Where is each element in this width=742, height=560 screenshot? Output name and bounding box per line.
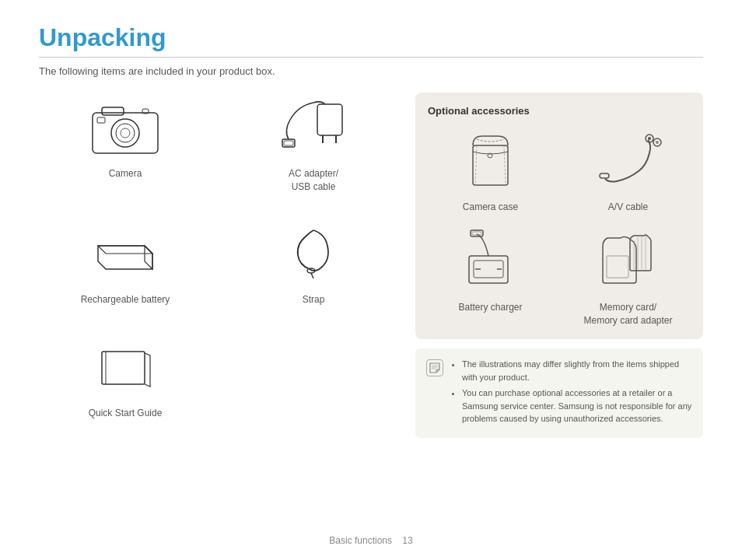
footer-page: 13 bbox=[402, 535, 412, 546]
svg-rect-7 bbox=[317, 104, 342, 135]
svg-rect-28 bbox=[607, 256, 628, 278]
item-guide: Quick Start Guide bbox=[39, 332, 212, 438]
note-text: The illustrations may differ slightly fr… bbox=[451, 358, 692, 429]
svg-point-3 bbox=[121, 128, 130, 138]
item-strap: Strap bbox=[227, 219, 400, 324]
svg-point-21 bbox=[656, 141, 659, 144]
title-divider bbox=[39, 57, 703, 58]
battery-icon bbox=[82, 219, 168, 289]
optional-item-av-cable: A/V cable bbox=[565, 126, 691, 214]
strap-label: Strap bbox=[303, 293, 325, 306]
right-section: Optional accessories bbox=[415, 93, 703, 438]
included-items: Camera bbox=[39, 93, 400, 438]
memory-card-icon bbox=[586, 226, 671, 296]
svg-rect-17 bbox=[600, 173, 609, 178]
guide-label: Quick Start Guide bbox=[89, 407, 163, 420]
ac-adapter-label: AC adapter/USB cable bbox=[289, 167, 338, 194]
strap-icon bbox=[271, 219, 356, 289]
camera-icon bbox=[82, 93, 168, 163]
svg-point-1 bbox=[111, 119, 139, 147]
note-icon bbox=[426, 359, 443, 376]
optional-accessories-box: Optional accessories bbox=[415, 93, 703, 339]
guide-icon bbox=[82, 332, 168, 402]
svg-rect-26 bbox=[471, 230, 483, 236]
av-cable-icon bbox=[586, 126, 671, 196]
item-ac-adapter: AC adapter/USB cable bbox=[227, 93, 400, 211]
item-camera: Camera bbox=[39, 93, 212, 211]
footer-section: Basic functions bbox=[329, 535, 392, 546]
optional-item-memory-card: Memory card/Memory card adapter bbox=[565, 226, 691, 327]
page-title: Unpacking bbox=[39, 23, 703, 52]
svg-rect-22 bbox=[469, 256, 508, 283]
svg-rect-5 bbox=[97, 117, 105, 123]
memory-card-label: Memory card/Memory card adapter bbox=[583, 301, 672, 327]
svg-line-13 bbox=[311, 273, 313, 278]
svg-point-19 bbox=[648, 137, 651, 140]
svg-rect-4 bbox=[102, 107, 124, 115]
camera-case-label: Camera case bbox=[463, 201, 518, 214]
page: Unpacking The following items are includ… bbox=[0, 0, 742, 560]
ac-adapter-icon bbox=[271, 93, 356, 163]
svg-point-2 bbox=[116, 124, 135, 142]
note-box: The illustrations may differ slightly fr… bbox=[415, 348, 703, 438]
battery-label: Rechargeable battery bbox=[81, 293, 170, 306]
note-item-2: You can purchase optional accessories at… bbox=[462, 387, 692, 425]
main-content: Camera bbox=[39, 93, 703, 438]
battery-charger-icon bbox=[448, 226, 534, 296]
svg-rect-14 bbox=[102, 352, 145, 384]
av-cable-label: A/V cable bbox=[608, 201, 648, 214]
camera-case-icon bbox=[448, 126, 534, 196]
optional-item-camera-case: Camera case bbox=[428, 126, 553, 214]
optional-grid: Camera case bbox=[428, 126, 691, 327]
battery-charger-label: Battery charger bbox=[458, 301, 522, 314]
note-item-1: The illustrations may differ slightly fr… bbox=[462, 358, 692, 383]
svg-rect-11 bbox=[284, 141, 293, 145]
camera-label: Camera bbox=[109, 167, 142, 180]
page-subtitle: The following items are included in your… bbox=[39, 65, 703, 77]
optional-title: Optional accessories bbox=[428, 105, 691, 117]
page-footer: Basic functions 13 bbox=[0, 535, 742, 546]
item-battery: Rechargeable battery bbox=[39, 219, 212, 324]
optional-item-battery-charger: Battery charger bbox=[428, 226, 553, 327]
